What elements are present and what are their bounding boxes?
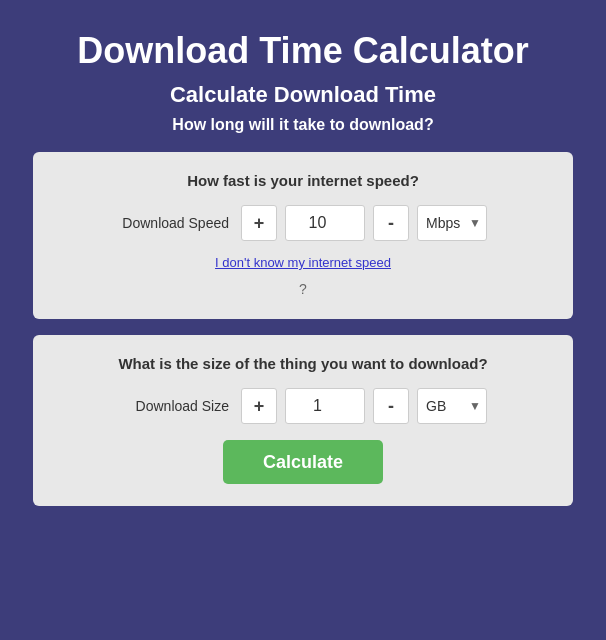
- size-label: Download Size: [119, 398, 229, 414]
- speed-minus-button[interactable]: -: [373, 205, 409, 241]
- size-minus-button[interactable]: -: [373, 388, 409, 424]
- question-text: How long will it take to download?: [172, 116, 433, 134]
- speed-input-row: Download Speed + - Mbps Kbps Gbps ▼: [63, 205, 543, 241]
- size-input-row: Download Size + - GB MB KB TB ▼: [63, 388, 543, 424]
- size-unit-wrapper: GB MB KB TB ▼: [417, 388, 487, 424]
- speed-unit-wrapper: Mbps Kbps Gbps ▼: [417, 205, 487, 241]
- speed-link-row: I don't know my internet speed: [63, 253, 543, 271]
- speed-plus-button[interactable]: +: [241, 205, 277, 241]
- speed-help-text: ?: [63, 281, 543, 297]
- internet-speed-link[interactable]: I don't know my internet speed: [215, 255, 391, 270]
- speed-card-title: How fast is your internet speed?: [63, 172, 543, 189]
- speed-input[interactable]: [285, 205, 365, 241]
- speed-unit-select[interactable]: Mbps Kbps Gbps: [417, 205, 487, 241]
- size-unit-select[interactable]: GB MB KB TB: [417, 388, 487, 424]
- sub-title: Calculate Download Time: [170, 82, 436, 108]
- main-title: Download Time Calculator: [77, 30, 528, 72]
- size-card-title: What is the size of the thing you want t…: [63, 355, 543, 372]
- size-input[interactable]: [285, 388, 365, 424]
- size-plus-button[interactable]: +: [241, 388, 277, 424]
- speed-label: Download Speed: [119, 215, 229, 231]
- calculate-button[interactable]: Calculate: [223, 440, 383, 484]
- size-card: What is the size of the thing you want t…: [33, 335, 573, 506]
- speed-card: How fast is your internet speed? Downloa…: [33, 152, 573, 319]
